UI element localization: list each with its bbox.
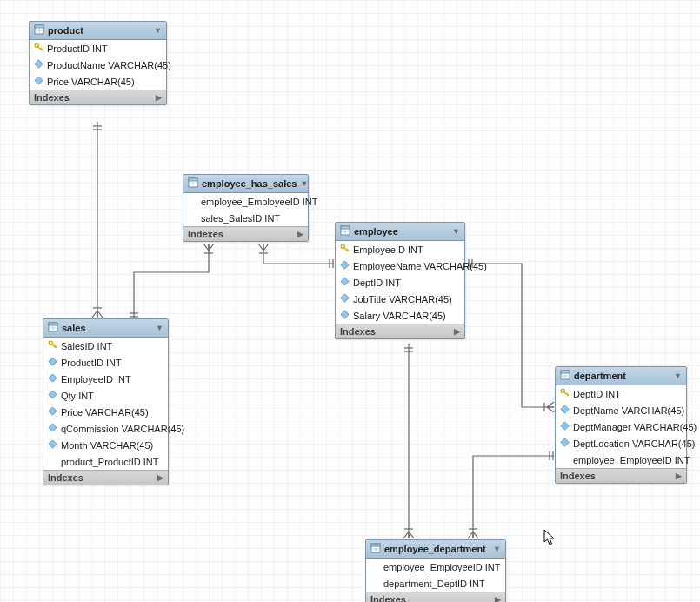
svg-line-32 [468, 532, 473, 538]
collapse-arrow-icon[interactable]: ▼ [156, 324, 163, 332]
diamond-icon [48, 439, 57, 451]
column-row[interactable]: product_ProductID INT [43, 453, 168, 470]
expand-arrow-icon[interactable]: ▶ [157, 473, 163, 482]
table-sales[interactable]: sales▼SalesID INTProductID INTEmployeeID… [43, 318, 169, 485]
column-row[interactable]: ProductName VARCHAR(45) [30, 57, 166, 73]
column-row[interactable]: DeptName VARCHAR(45) [556, 402, 686, 418]
indexes-footer[interactable]: Indexes▶ [366, 592, 505, 602]
column-row[interactable]: qCommission VARCHAR(45) [43, 420, 168, 437]
table-title: employee_department [384, 544, 490, 554]
column-row[interactable]: DeptID INT [556, 385, 686, 402]
indexes-label: Indexes [340, 326, 454, 337]
svg-line-2 [92, 311, 97, 318]
collapse-arrow-icon[interactable]: ▼ [300, 179, 308, 188]
diamond-icon [340, 277, 350, 288]
table-title: department [574, 371, 670, 381]
column-text: employee_EmployeeID INT [201, 197, 318, 207]
expand-arrow-icon[interactable]: ▶ [297, 230, 303, 238]
blank-icon [188, 196, 197, 207]
column-row[interactable]: EmployeeID INT [336, 241, 464, 258]
table-header[interactable]: employee_has_sales▼ [183, 175, 308, 193]
diamond-icon [340, 293, 350, 304]
diamond-icon [340, 310, 350, 321]
table-employee_has_sales[interactable]: employee_has_sales▼employee_EmployeeID I… [183, 174, 309, 242]
column-row[interactable]: sales_SalesID INT [183, 210, 308, 226]
collapse-arrow-icon[interactable]: ▼ [674, 371, 682, 380]
column-row[interactable]: Month VARCHAR(45) [43, 437, 168, 453]
indexes-footer[interactable]: Indexes▶ [336, 324, 464, 338]
key-icon [34, 43, 43, 54]
indexes-footer[interactable]: Indexes▶ [556, 468, 686, 483]
column-row[interactable]: DeptLocation VARCHAR(45) [556, 435, 686, 452]
table-product[interactable]: product▼ProductID INTProductName VARCHAR… [29, 21, 167, 105]
column-text: JobTitle VARCHAR(45) [353, 294, 452, 304]
indexes-label: Indexes [48, 472, 157, 483]
collapse-arrow-icon[interactable]: ▼ [493, 545, 501, 553]
table-header[interactable]: product▼ [30, 22, 166, 40]
svg-rect-37 [35, 25, 43, 28]
indexes-label: Indexes [34, 92, 156, 103]
table-header[interactable]: employee_department▼ [366, 540, 505, 559]
svg-rect-42 [189, 178, 197, 181]
column-row[interactable]: Salary VARCHAR(45) [336, 307, 464, 324]
svg-line-3 [97, 311, 103, 318]
collapse-arrow-icon[interactable]: ▼ [452, 227, 460, 236]
column-row[interactable]: employee_EmployeeID INT [556, 452, 686, 468]
blank-icon [560, 454, 570, 465]
column-text: Salary VARCHAR(45) [353, 311, 446, 321]
svg-line-15 [263, 244, 269, 251]
column-text: employee_EmployeeID INT [573, 455, 690, 465]
column-row[interactable]: Price VARCHAR(45) [30, 73, 166, 90]
table-icon [340, 225, 350, 237]
table-icon [560, 370, 570, 382]
indexes-footer[interactable]: Indexes▶ [43, 470, 168, 485]
column-text: Price VARCHAR(45) [47, 77, 135, 87]
column-row[interactable]: DeptID INT [336, 274, 464, 291]
column-row[interactable]: department_DeptID INT [366, 575, 505, 592]
table-header[interactable]: employee▼ [336, 223, 464, 241]
diamond-icon [48, 423, 57, 434]
column-row[interactable]: SalesID INT [43, 338, 168, 354]
column-row[interactable]: DeptManager VARCHAR(45) [556, 418, 686, 435]
expand-arrow-icon[interactable]: ▶ [454, 327, 460, 336]
column-text: SalesID INT [61, 341, 112, 351]
column-row[interactable]: JobTitle VARCHAR(45) [336, 291, 464, 307]
column-row[interactable]: Price VARCHAR(45) [43, 404, 168, 420]
column-text: DeptName VARCHAR(45) [573, 405, 684, 416]
svg-line-14 [258, 244, 263, 251]
column-row[interactable]: employee_EmployeeID INT [366, 559, 505, 575]
column-row[interactable]: ProductID INT [30, 40, 166, 57]
key-icon [340, 244, 350, 255]
expand-arrow-icon[interactable]: ▶ [156, 93, 162, 102]
column-row[interactable]: EmployeeID INT [43, 371, 168, 387]
table-employee[interactable]: employee▼EmployeeID INTEmployeeName VARC… [335, 222, 465, 339]
diamond-icon [560, 421, 570, 432]
column-row[interactable]: employee_EmployeeID INT [183, 193, 308, 210]
svg-rect-46 [341, 226, 350, 229]
indexes-footer[interactable]: Indexes▶ [30, 90, 166, 104]
column-row[interactable]: Qty INT [43, 387, 168, 404]
diamond-icon [48, 406, 57, 418]
svg-rect-56 [561, 371, 570, 373]
diamond-icon [48, 357, 57, 368]
column-text: sales_SalesID INT [201, 213, 280, 224]
column-text: DeptLocation VARCHAR(45) [573, 438, 695, 449]
column-text: DeptManager VARCHAR(45) [573, 422, 697, 432]
expand-arrow-icon[interactable]: ▶ [676, 472, 682, 480]
column-text: employee_EmployeeID INT [383, 562, 501, 572]
expand-arrow-icon[interactable]: ▶ [495, 595, 501, 602]
collapse-arrow-icon[interactable]: ▼ [154, 26, 162, 35]
blank-icon [48, 456, 57, 467]
column-text: ProductID INT [47, 43, 108, 54]
table-header[interactable]: sales▼ [43, 319, 168, 338]
column-row[interactable]: ProductID INT [43, 354, 168, 371]
table-icon [188, 177, 198, 190]
table-header[interactable]: department▼ [556, 367, 686, 385]
table-employee_department[interactable]: employee_department▼employee_EmployeeID … [365, 539, 506, 602]
svg-line-20 [547, 402, 554, 407]
column-row[interactable]: EmployeeName VARCHAR(45) [336, 258, 464, 274]
indexes-footer[interactable]: Indexes▶ [183, 226, 308, 241]
column-text: EmployeeName VARCHAR(45) [353, 261, 487, 271]
table-department[interactable]: department▼DeptID INTDeptName VARCHAR(45… [555, 366, 687, 484]
table-title: employee_has_sales [202, 178, 297, 189]
